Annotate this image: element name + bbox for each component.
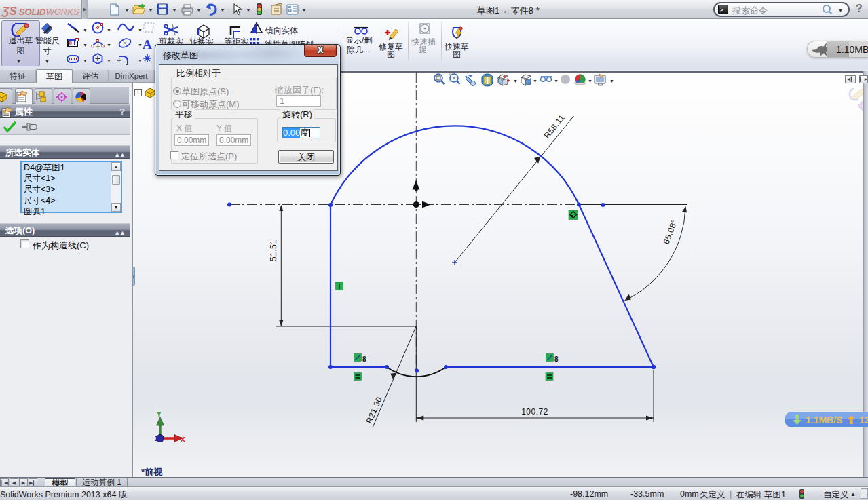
svg-text:Y: Y bbox=[157, 410, 162, 419]
svg-text:▼: ▼ bbox=[107, 28, 111, 33]
svg-text:▼: ▼ bbox=[107, 43, 111, 47]
svg-text:▼: ▼ bbox=[83, 58, 88, 63]
svg-text:▼: ▼ bbox=[83, 43, 88, 47]
svg-text:8: 8 bbox=[554, 355, 559, 363]
svg-text:8: 8 bbox=[362, 355, 366, 363]
svg-text:100.72: 100.72 bbox=[521, 407, 548, 417]
svg-text:▼: ▼ bbox=[107, 58, 111, 63]
svg-text:▼: ▼ bbox=[138, 58, 143, 63]
svg-text:▼: ▼ bbox=[138, 43, 143, 47]
svg-text:R58.11: R58.11 bbox=[542, 113, 567, 140]
svg-text:▼: ▼ bbox=[83, 28, 88, 33]
svg-text:X: X bbox=[181, 436, 185, 444]
svg-text:65.08°: 65.08° bbox=[662, 218, 679, 245]
svg-text:R21.30: R21.30 bbox=[364, 396, 384, 425]
svg-text:A: A bbox=[143, 37, 152, 52]
svg-text:51.51: 51.51 bbox=[269, 239, 278, 262]
svg-text:*前视: *前视 bbox=[141, 467, 163, 477]
svg-text:▼: ▼ bbox=[138, 28, 143, 33]
svg-text:Z: Z bbox=[155, 435, 159, 443]
